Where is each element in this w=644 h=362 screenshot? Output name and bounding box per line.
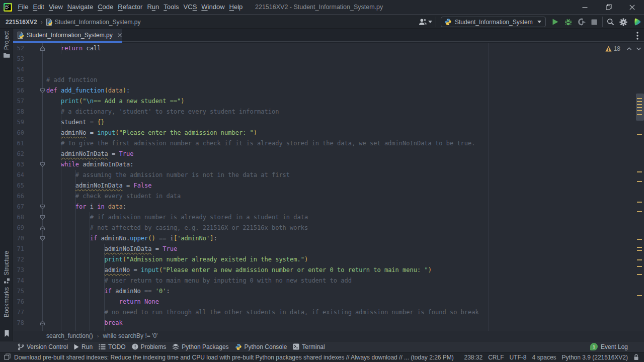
gutter-fold-column[interactable] — [24, 318, 46, 328]
event-log-button[interactable]: 1 Event Log — [590, 343, 628, 350]
minimize-button[interactable] — [573, 0, 597, 14]
toolwindow-toggle-icon[interactable] — [4, 353, 11, 362]
breadcrumb-item[interactable]: while searchBy != '0' — [103, 332, 157, 339]
gutter-fold-column[interactable] — [24, 212, 46, 223]
code-token: {} — [97, 119, 104, 126]
run-button[interactable] — [552, 15, 558, 29]
warning-stripe-mark[interactable] — [637, 104, 642, 105]
menu-item-navigate[interactable]: Navigate — [65, 0, 95, 14]
status-segment-238-32[interactable]: 238:32 — [464, 354, 482, 361]
warning-stripe-mark[interactable] — [637, 274, 642, 275]
debug-button[interactable] — [565, 15, 572, 29]
toolwindow-python-console[interactable]: Python Console — [235, 343, 287, 350]
status-segment-crlf[interactable]: CRLF — [488, 354, 504, 361]
toolwindow-terminal[interactable]: Terminal — [293, 343, 325, 350]
menu-item-run[interactable]: Run — [145, 0, 162, 14]
warning-stripe-mark[interactable] — [637, 171, 642, 172]
coverage-button[interactable] — [577, 15, 587, 29]
gutter-fold-column[interactable] — [24, 43, 46, 54]
warning-stripe-mark[interactable] — [637, 259, 642, 260]
menu-item-refactor[interactable]: Refactor — [116, 0, 145, 14]
warning-stripe-mark[interactable] — [637, 250, 642, 251]
menu-item-help[interactable]: Help — [227, 0, 245, 14]
toolwindow-python-packages[interactable]: Python Packages — [172, 343, 228, 350]
warning-stripe-mark[interactable] — [637, 101, 642, 102]
code-line-56: 56 def add_function(data): — [14, 85, 644, 96]
structure-icon[interactable] — [0, 278, 13, 284]
code-token: None — [144, 298, 159, 305]
run-config-select[interactable]: Student_Information_System — [441, 17, 546, 27]
code-token: () — [148, 235, 155, 242]
warning-stripe-mark[interactable] — [637, 107, 642, 108]
code-token: # a dictionary, 'student' to store every… — [61, 108, 279, 115]
warning-stripe-mark[interactable] — [637, 211, 642, 212]
gutter-fold-column[interactable] — [24, 85, 46, 96]
warning-stripe-mark[interactable] — [637, 181, 642, 182]
restore-button[interactable] — [597, 0, 620, 14]
status-segment-4-spaces[interactable]: 4 spaces — [532, 354, 556, 361]
menu-item-tools[interactable]: Tools — [162, 0, 181, 14]
settings-gear-icon[interactable] — [619, 15, 627, 29]
menu-item-code[interactable]: Code — [96, 0, 116, 14]
status-widgets: 238:32CRLFUTF-84 spacesPython 3.9 (22151… — [464, 354, 639, 361]
search-everywhere-icon[interactable] — [607, 15, 614, 29]
menu-item-window[interactable]: Window — [199, 0, 227, 14]
code-text: break — [46, 318, 123, 328]
status-segment-python-3-9-221516xv2-[interactable]: Python 3.9 (221516XV2) — [562, 354, 628, 361]
user-caret-down-icon[interactable] — [428, 15, 432, 29]
menu-item-file[interactable]: File — [16, 0, 31, 14]
code-token: True — [163, 245, 177, 252]
status-message[interactable]: Download pre-built shared indexes: Reduc… — [14, 354, 454, 361]
stop-button[interactable] — [591, 15, 597, 29]
warning-stripe-mark[interactable] — [637, 239, 642, 240]
code-token: \n — [87, 98, 94, 105]
tab-student-information-system[interactable]: Student_Information_System.py — [14, 29, 122, 42]
code-token: == Add a new student ==" — [94, 98, 181, 105]
warning-stripe-mark[interactable] — [637, 110, 642, 111]
project-folder-icon[interactable] — [0, 52, 13, 58]
inspections-widget[interactable]: 18 — [605, 45, 641, 52]
toolwindow-todo[interactable]: TODO — [99, 343, 125, 350]
toolwindow-problems[interactable]: Problems — [132, 343, 167, 350]
gutter-fold-column[interactable] — [24, 233, 46, 244]
warning-stripe-mark[interactable] — [637, 98, 642, 99]
gutter-fold-column — [24, 117, 46, 128]
code-with-me-icon[interactable] — [633, 15, 641, 29]
gutter-fold-column[interactable] — [24, 159, 46, 170]
stripe-structure-button[interactable]: Structure — [0, 251, 13, 276]
code-token: : — [213, 235, 217, 242]
gutter-fold-column[interactable] — [24, 202, 46, 212]
code-editor[interactable]: 52 return call535455# add function56 def… — [14, 43, 644, 331]
warning-stripe-mark[interactable] — [637, 114, 642, 115]
menu-item-view[interactable]: View — [46, 0, 65, 14]
gutter-fold-column[interactable] — [24, 223, 46, 233]
status-segment-utf-8[interactable]: UTF-8 — [510, 354, 527, 361]
code-text: if adminNo == '0': — [46, 286, 170, 297]
code-token: 'adminNo' — [177, 235, 210, 242]
stripe-project-button[interactable]: Project — [0, 31, 13, 50]
error-stripe[interactable] — [635, 43, 644, 331]
toolwindow-version-control[interactable]: Version Control — [18, 343, 68, 350]
menu-item-vcs[interactable]: VCS — [181, 0, 199, 14]
navigation-toolbar: 221516XV2 › Student_Information_System.p… — [0, 15, 644, 29]
readonly-lock-icon[interactable] — [633, 354, 639, 360]
code-token: ) — [428, 266, 432, 274]
warning-stripe-mark[interactable] — [637, 266, 642, 267]
warning-stripe-mark[interactable] — [637, 202, 642, 203]
bookmark-icon[interactable] — [0, 330, 13, 337]
code-token: '0' — [155, 288, 167, 295]
breadcrumb-item[interactable]: search_function() — [46, 332, 93, 339]
warning-stripe-mark[interactable] — [637, 247, 642, 248]
warning-stripe-mark[interactable] — [637, 295, 642, 296]
menu-item-edit[interactable]: Edit — [31, 0, 46, 14]
toolbar-separator — [602, 17, 603, 27]
tab-close-icon[interactable] — [117, 31, 122, 40]
toolwindow-run[interactable]: Run — [74, 343, 93, 350]
menu-bar: FileEditViewNavigateCodeRefactorRunTools… — [16, 0, 245, 14]
code-token: while — [61, 161, 79, 168]
warning-stripe-mark[interactable] — [637, 134, 642, 135]
tab-options-kebab-icon[interactable] — [634, 31, 641, 42]
stripe-bookmarks-button[interactable]: Bookmarks — [0, 287, 13, 317]
user-icon[interactable] — [419, 15, 427, 29]
close-button[interactable] — [620, 0, 644, 14]
